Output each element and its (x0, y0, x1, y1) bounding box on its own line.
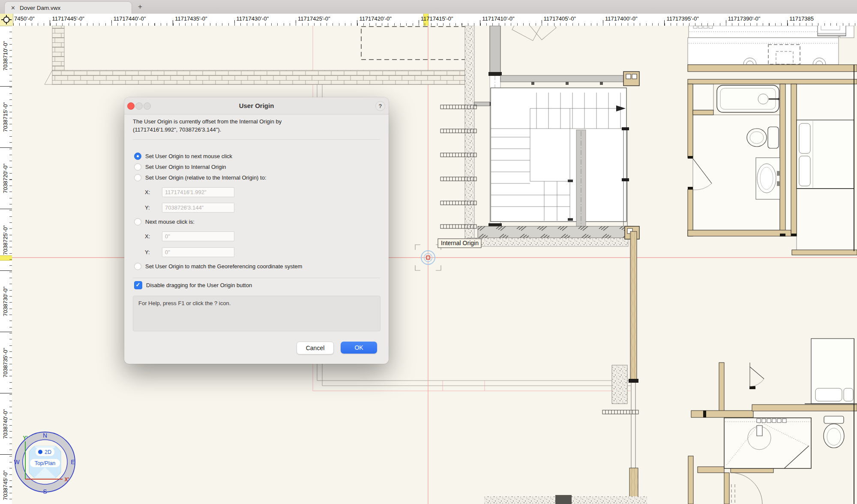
divider (133, 278, 380, 278)
y-offset-label: Y: (145, 203, 150, 213)
ruler-major-tick (50, 20, 50, 26)
bed-upper (797, 120, 854, 189)
radio-relative-to-internal[interactable]: Set User Origin (relative to the Interna… (134, 174, 380, 181)
ruler-label: 7038735'-0" (2, 339, 9, 386)
radio-button[interactable] (134, 263, 141, 270)
compass-west-label: W (14, 459, 20, 465)
ruler-label: 7038710'-0" (2, 32, 9, 79)
ruler-major-tick (664, 20, 665, 26)
tab-bar: ✕ Dover Dam.vwx + (0, 0, 857, 14)
ruler-major-tick (0, 147, 12, 148)
radio-next-click-is[interactable]: Next mouse click is: (134, 218, 380, 225)
ruler-label: 11717400'-0" (605, 15, 638, 22)
ruler-major-tick (0, 393, 12, 393)
y-click-row: Y: (124, 247, 389, 257)
help-text-box: For Help, press F1 or click the ? icon. (133, 296, 381, 331)
ruler-label: 11717445'-0" (52, 15, 84, 22)
ruler-label: 7038715'-0" (2, 93, 9, 141)
tab-dover-dam[interactable]: ✕ Dover Dam.vwx (4, 1, 132, 14)
y-click-field[interactable] (162, 247, 234, 257)
bathtub (717, 85, 780, 112)
ruler-label: 11717385 (789, 15, 814, 22)
toilet-lower (824, 416, 844, 448)
ruler-label: 7038745'-0" (2, 462, 9, 504)
compass-south-label: S (43, 488, 47, 495)
user-origin-button[interactable] (0, 14, 13, 26)
ruler-major-tick (0, 270, 12, 271)
tab-close-icon[interactable]: ✕ (11, 5, 15, 11)
ok-button[interactable]: OK (341, 342, 377, 354)
ruler-label: 11717410'-0" (482, 15, 515, 22)
mode-dot-icon (38, 450, 42, 454)
ruler-major-tick (419, 20, 419, 26)
ruler-label: 11717435'-0" (175, 15, 207, 22)
ruler-major-tick (603, 20, 603, 26)
radio-button[interactable] (134, 218, 141, 225)
offset-description-line2: (11717416'1.992", 7038726'3.144"). (133, 126, 380, 134)
x-offset-label: X: (145, 187, 150, 197)
ruler-label: 11717425'-0" (298, 15, 330, 22)
ruler-label: 11717390'-0" (728, 15, 761, 22)
radio-button[interactable] (134, 174, 141, 181)
cancel-button[interactable]: Cancel (297, 342, 334, 354)
radio-internal-origin[interactable]: Set User Origin to Internal Origin (134, 163, 380, 171)
ruler-label: 7038740'-0" (2, 400, 9, 447)
ruler-label: 7038730'-0" (2, 278, 9, 325)
ruler-major-tick (0, 209, 12, 209)
help-text: For Help, press F1 or click the ? icon. (138, 300, 231, 306)
x-offset-field[interactable] (162, 187, 234, 197)
ruler-label: 11717420'-0" (359, 15, 392, 22)
y-offset-row: Y: (124, 203, 389, 213)
ruler-major-tick (234, 20, 235, 26)
radio-button[interactable] (134, 153, 141, 160)
ruler-major-tick (357, 20, 357, 26)
disable-dragging-checkbox[interactable] (134, 281, 142, 289)
horizontal-ruler: 7450'-0"11717445'-0"11717440'-0"11717435… (0, 14, 857, 26)
sink-vanity (756, 158, 780, 199)
divider (133, 139, 380, 140)
ruler-major-tick (787, 20, 788, 26)
ruler-label: 7038720'-0" (2, 155, 9, 202)
ruler-major-tick (726, 20, 726, 26)
view-compass[interactable]: N E S W 2D Top/Plan Y' X' (11, 429, 81, 499)
ruler-major-tick (542, 20, 542, 26)
ruler-label: 11717405'-0" (544, 15, 576, 22)
closet (693, 84, 713, 110)
user-origin-dialog: User Origin ? The User Origin is current… (124, 97, 389, 364)
y-offset-field[interactable] (162, 203, 234, 213)
tab-title: Dover Dam.vwx (20, 5, 60, 11)
view-name-label: Top/Plan (35, 460, 56, 466)
compass-north-label: N (43, 432, 47, 439)
internal-origin-label: Internal Origin (441, 240, 479, 246)
corridor (785, 84, 791, 236)
bed-lower (805, 339, 857, 404)
ruler-label: 11717440'-0" (114, 15, 146, 22)
ruler-major-tick (111, 20, 112, 26)
render-mode-label: 2D (45, 449, 51, 455)
dialog-title-bar[interactable]: User Origin ? (124, 97, 389, 114)
ruler-label: 7450'-0" (14, 15, 35, 22)
help-button[interactable]: ? (375, 101, 385, 111)
ruler-major-tick (480, 20, 480, 26)
ruler-label: 11717395'-0" (666, 15, 699, 22)
x-offset-row: X: (124, 187, 389, 197)
disable-dragging-checkbox-row[interactable]: Disable dragging for the User Origin but… (134, 281, 252, 289)
x-click-field[interactable] (162, 231, 234, 241)
origin-crosshair-icon (0, 14, 13, 26)
y-click-label: Y: (145, 247, 150, 257)
ruler-label: 11717415'-0" (421, 15, 453, 22)
ruler-label: 7038725'-0" (2, 216, 9, 264)
y-axis-label: Y' (23, 435, 28, 441)
radio-button[interactable] (134, 163, 141, 171)
radio-next-mouse-click[interactable]: Set User Origin to next mouse click (134, 153, 380, 160)
x-click-label: X: (145, 231, 150, 241)
offset-description-line1: The User Origin is currently offset from… (133, 117, 380, 126)
x-click-row: X: (124, 231, 389, 241)
radio-georeferencing[interactable]: Set User Origin to match the Georeferenc… (134, 263, 380, 270)
new-tab-button[interactable]: + (135, 1, 146, 12)
ruler-major-tick (0, 86, 12, 87)
ruler-label: 11717430'-0" (237, 15, 269, 22)
compass-east-label: E (71, 459, 75, 465)
ruler-major-tick (173, 20, 173, 26)
ruler-major-tick (0, 454, 12, 455)
